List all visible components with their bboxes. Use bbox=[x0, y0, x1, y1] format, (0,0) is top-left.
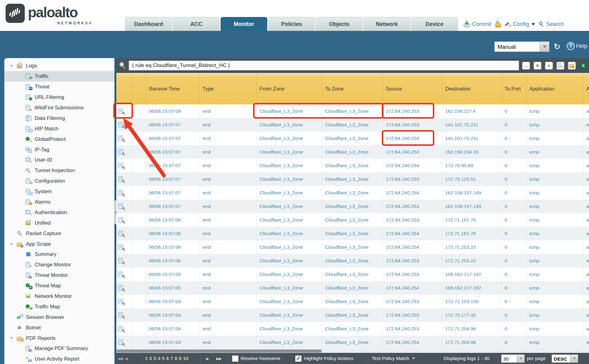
sidebar-item-threat-monitor[interactable]: Threat Monitor bbox=[4, 270, 114, 281]
cell-application[interactable]: icmp bbox=[527, 295, 583, 308]
sidebar-item-manage-pdf-summary[interactable]: Manage PDF Summary bbox=[4, 343, 114, 354]
cell-type[interactable]: end bbox=[200, 308, 257, 322]
log-detail-button[interactable] bbox=[116, 240, 132, 254]
sidebar-item-data-filtering[interactable]: Data Filtering bbox=[4, 113, 114, 123]
cell-application[interactable]: icmp bbox=[527, 200, 583, 213]
cell-from-zone[interactable]: Cloudflare_L3_Zone bbox=[257, 104, 322, 118]
tab-objects[interactable]: Objects bbox=[316, 17, 363, 31]
cell-to-zone[interactable]: Cloudflare_L3_Zone bbox=[322, 186, 383, 200]
cell-destination[interactable]: 162.158.117.4 bbox=[442, 104, 502, 118]
per-page-dropdown-button[interactable] bbox=[517, 354, 525, 363]
cell-source[interactable]: 172.64.240.254 bbox=[383, 240, 442, 254]
cell-type[interactable]: end bbox=[200, 200, 257, 213]
cell-to-zone[interactable]: Cloudflare_L3_Zone bbox=[322, 118, 383, 132]
cell-application[interactable]: icmp bbox=[527, 308, 583, 322]
refresh-icon[interactable]: ↻ bbox=[554, 41, 561, 52]
cell-receive-time[interactable]: 06/06 15:07:09 bbox=[146, 104, 200, 118]
cell-from-zone[interactable]: Cloudflare_L3_Zone bbox=[257, 240, 322, 254]
log-detail-button[interactable] bbox=[116, 322, 132, 336]
cell-application[interactable]: icmp bbox=[527, 336, 583, 349]
tab-acc[interactable]: ACC bbox=[173, 17, 220, 31]
cell-to-zone[interactable]: Cloudflare_L3_Zone bbox=[322, 227, 383, 240]
next-page-button[interactable]: ▶ bbox=[206, 356, 209, 361]
cell-to-port[interactable]: 0 bbox=[502, 159, 527, 172]
cell-from-zone[interactable]: Cloudflare_L3_Zone bbox=[257, 200, 322, 213]
cell-to-zone[interactable]: Cloudflare_L3_Zone bbox=[322, 308, 383, 322]
cell-to-port[interactable]: 0 bbox=[502, 308, 527, 322]
cell-action[interactable]: a bbox=[583, 240, 589, 254]
log-detail-button[interactable] bbox=[116, 308, 132, 322]
cell-to-zone[interactable]: Cloudflare_L3_Zone bbox=[322, 295, 383, 308]
cell-to-port[interactable]: 0 bbox=[502, 240, 527, 254]
cell-receive-time[interactable]: 06/06 15:07:07 bbox=[146, 172, 200, 186]
column-header-destination[interactable]: Destination bbox=[442, 73, 502, 104]
define-filter-button[interactable]: ▼ bbox=[557, 62, 564, 70]
sidebar-item-pdf-reports[interactable]: ▼PPDF Reports bbox=[4, 333, 114, 343]
log-detail-button[interactable] bbox=[116, 200, 132, 213]
cell-from-zone[interactable]: Cloudflare_L3_Zone bbox=[257, 254, 322, 268]
cell-destination[interactable]: 172.71.204.96 bbox=[442, 322, 502, 336]
cell-action[interactable]: a bbox=[583, 145, 589, 159]
cell-application[interactable]: icmp bbox=[527, 186, 583, 200]
cell-from-zone[interactable]: Cloudflare_L3_Zone bbox=[257, 132, 322, 145]
cell-application[interactable]: icmp bbox=[527, 145, 583, 159]
cell-from-zone[interactable]: Cloudflare_L3_Zone bbox=[257, 118, 322, 132]
refresh-mode-dropdown-button[interactable] bbox=[540, 41, 549, 52]
first-page-button[interactable]: ◀◀ bbox=[118, 356, 123, 361]
log-detail-button[interactable] bbox=[116, 132, 132, 145]
cell-destination[interactable]: 141.101.70.211 bbox=[442, 132, 502, 145]
test-policy-match-button[interactable]: Test Policy Match bbox=[372, 353, 415, 364]
cell-source[interactable]: 172.64.240.253 bbox=[383, 118, 442, 132]
clear-filter-button[interactable]: × bbox=[534, 62, 541, 70]
sidebar-item-wildfire-submissions[interactable]: ▲WildFire Submissions bbox=[4, 103, 114, 113]
tree-expand-icon[interactable]: ▼ bbox=[10, 242, 17, 246]
cell-source[interactable]: 172.64.240.253 bbox=[383, 295, 442, 308]
cell-type[interactable]: end bbox=[200, 254, 257, 268]
sidebar-item-packet-capture[interactable]: Packet Capture bbox=[4, 228, 114, 239]
cell-receive-time[interactable]: 06/06 15:07:07 bbox=[146, 118, 200, 132]
cell-application[interactable]: icmp bbox=[527, 172, 583, 186]
cell-destination[interactable]: 172.71.181.76 bbox=[442, 213, 502, 227]
cell-type[interactable]: end bbox=[200, 295, 257, 308]
cell-from-zone[interactable]: Cloudflare_L3_Zone bbox=[257, 159, 322, 172]
cell-receive-time[interactable]: 06/06 15:07:07 bbox=[146, 132, 200, 145]
cell-receive-time[interactable]: 06/06 15:07:05 bbox=[146, 268, 200, 281]
cell-application[interactable]: icmp bbox=[527, 213, 583, 227]
cell-type[interactable]: end bbox=[200, 159, 257, 172]
cell-receive-time[interactable]: 06/06 15:07:04 bbox=[146, 308, 200, 322]
cell-source[interactable]: 172.64.240.253 bbox=[383, 104, 442, 118]
cell-from-zone[interactable]: Cloudflare_L3_Zone bbox=[257, 336, 322, 349]
log-detail-button[interactable] bbox=[116, 159, 132, 172]
cell-type[interactable]: end bbox=[200, 172, 257, 186]
cell-to-zone[interactable]: Cloudflare_L3_Zone bbox=[322, 322, 383, 336]
page-link-7[interactable]: 7 bbox=[170, 356, 174, 361]
export-logs-button[interactable]: X bbox=[579, 62, 587, 70]
cell-application[interactable]: icmp bbox=[527, 254, 583, 268]
tree-expand-icon[interactable]: ▼ bbox=[10, 64, 17, 68]
sidebar-item-hip-match[interactable]: HIP Match bbox=[4, 123, 114, 134]
cell-destination[interactable]: 172.71.153.150 bbox=[442, 295, 502, 308]
cell-source[interactable]: 172.64.240.254 bbox=[383, 132, 442, 145]
cell-action[interactable]: a bbox=[583, 172, 589, 186]
cell-to-port[interactable]: 0 bbox=[502, 322, 527, 336]
cell-action[interactable]: a bbox=[583, 213, 589, 227]
column-header-source[interactable]: Source bbox=[383, 73, 442, 104]
cell-to-zone[interactable]: Cloudflare_L3_Zone bbox=[322, 336, 383, 349]
log-detail-button[interactable] bbox=[116, 268, 132, 281]
cell-receive-time[interactable]: 06/06 15:07:07 bbox=[146, 159, 200, 172]
cell-source[interactable]: 172.64.240.254 bbox=[383, 281, 442, 295]
config-button[interactable]: ⚙ Config bbox=[504, 21, 535, 28]
cell-source[interactable]: 172.64.240.253 bbox=[383, 322, 442, 336]
cell-receive-time[interactable]: 06/06 15:07:04 bbox=[146, 336, 200, 349]
cell-action[interactable]: a bbox=[583, 104, 589, 118]
log-detail-button[interactable] bbox=[116, 186, 132, 200]
cell-application[interactable]: icmp bbox=[527, 132, 583, 145]
load-filter-button[interactable]: ▼ bbox=[568, 62, 576, 70]
cell-receive-time[interactable]: 06/06 15:07:06 bbox=[146, 240, 200, 254]
cell-receive-time[interactable]: 06/06 15:07:06 bbox=[146, 254, 200, 268]
cell-action[interactable]: a bbox=[583, 186, 589, 200]
cell-destination[interactable]: 162.158.234.19 bbox=[442, 145, 502, 159]
search-button[interactable]: Search bbox=[539, 21, 564, 28]
page-link-8[interactable]: 8 bbox=[174, 356, 178, 361]
cell-to-port[interactable]: 0 bbox=[502, 213, 527, 227]
